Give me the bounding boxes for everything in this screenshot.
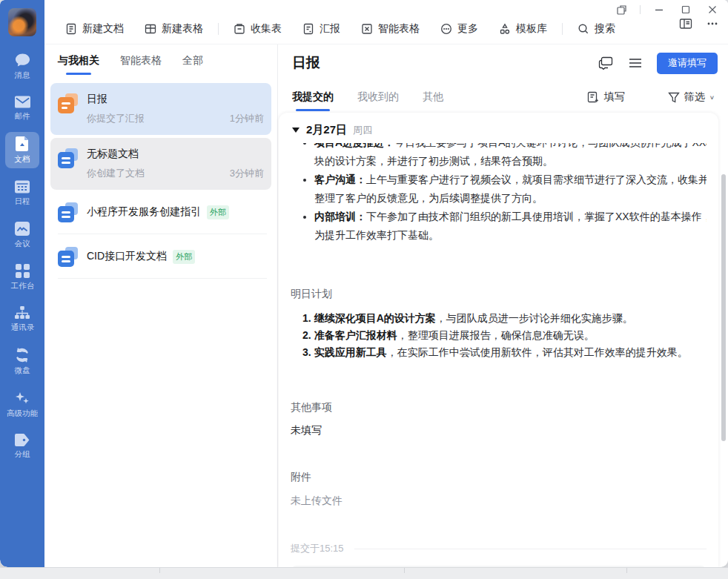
search-label: 搜索	[595, 22, 615, 36]
sidebar-item-label: 邮件	[15, 110, 30, 121]
fill-doc-icon	[587, 91, 600, 103]
toolbar-divider	[218, 23, 219, 35]
submit-time-row: 提交于15:15	[291, 542, 707, 555]
doclist-items: 日报 你提交了汇报 1分钟前 无标题文档 你创建了文档 3分钟前	[44, 77, 277, 279]
document-list-panel: 与我相关 智能表格 全部 日报 你提交了汇报 1分钟前 无标题文档	[44, 44, 278, 567]
tab-received[interactable]: 我收到的	[357, 86, 399, 108]
new-doc-label: 新建文档	[82, 22, 124, 36]
ellipsis-icon[interactable]	[706, 18, 719, 33]
sidebar-item-calendar[interactable]: 日程	[5, 175, 39, 211]
vertical-scrollbar[interactable]	[721, 174, 726, 441]
close-icon[interactable]	[704, 3, 721, 16]
menu-lines-icon[interactable]	[624, 52, 646, 74]
avatar[interactable]	[8, 8, 36, 36]
smart-sheet-button[interactable]: 智能表格	[351, 22, 430, 36]
chevron-down-icon: ∨	[709, 94, 715, 101]
toolbar-divider	[562, 23, 563, 35]
contacts-icon	[15, 306, 30, 320]
attachment-section-value: 未上传文件	[291, 494, 707, 508]
more-label: 更多	[457, 22, 478, 36]
blue-doc-icon	[58, 202, 78, 222]
collect-form-button[interactable]: 收集表	[223, 22, 292, 36]
doc-title: CID接口开发文档	[87, 250, 167, 263]
sidebar-item-contacts[interactable]: 通讯录	[5, 302, 39, 337]
main-panel: 日报 邀请填写 我提交的 我收到的 其他 填写 筛选 ∨	[279, 44, 728, 567]
popout-icon[interactable]	[613, 3, 629, 16]
submit-divider-line	[354, 549, 707, 549]
app-sidebar: 消息 邮件 文档 日程 会议 工作台 通讯录 微盘	[0, 0, 44, 567]
workbench-icon	[16, 264, 30, 278]
list-item-untitled-doc[interactable]: 无标题文档 你创建了文档 3分钟前	[50, 138, 271, 190]
sidebar-item-advanced[interactable]: 高级功能	[5, 386, 39, 423]
window-controls-divider	[640, 5, 641, 14]
advanced-features-icon	[15, 391, 30, 406]
toolbar-right-icons	[679, 18, 719, 33]
other-section-label: 其他事项	[291, 401, 707, 414]
new-doc-button[interactable]: 新建文档	[55, 22, 134, 36]
other-section-value: 未填写	[291, 424, 707, 437]
tab-smart-sheets[interactable]: 智能表格	[120, 51, 162, 70]
sidebar-item-label: 微盘	[15, 365, 30, 375]
external-badge: 外部	[173, 250, 195, 264]
search-button[interactable]: 搜索	[567, 22, 626, 36]
sidebar-item-workbench[interactable]: 工作台	[5, 259, 39, 295]
group-tag-icon	[15, 434, 30, 446]
sidebar-item-label: 通讯录	[10, 322, 33, 332]
today-bullet: 内部培训：下午参加了由技术部门组织的新工具使用培训，掌握了XX软件的基本操作，为…	[314, 208, 707, 245]
main-tabs: 我提交的 我收到的 其他 填写 筛选 ∨	[279, 82, 728, 113]
sidebar-item-messages[interactable]: 消息	[5, 48, 39, 85]
fill-label: 填写	[604, 90, 625, 104]
sidebar-item-groups[interactable]: 分组	[5, 429, 39, 463]
template-library-label: 模板库	[516, 22, 547, 36]
template-library-button[interactable]: 模板库	[489, 22, 557, 36]
sidebar-item-label: 分组	[15, 449, 30, 459]
report-date-row[interactable]: 2月27日 周四	[291, 113, 707, 143]
filter-label: 筛选	[684, 90, 705, 104]
drive-icon	[15, 348, 30, 363]
doc-time: 1分钟前	[230, 112, 264, 125]
external-badge: 外部	[207, 205, 229, 219]
panel-layout-icon[interactable]	[679, 18, 692, 33]
list-item-miniprogram-guide[interactable]: 小程序开发服务创建指引 外部	[50, 190, 271, 234]
fill-button[interactable]: 填写	[587, 90, 625, 104]
filter-button[interactable]: 筛选 ∨	[668, 90, 715, 104]
page-title: 日报	[292, 53, 587, 73]
background-window-edge	[0, 567, 728, 579]
tab-related-to-me[interactable]: 与我相关	[58, 51, 99, 70]
sidebar-item-label: 日程	[15, 196, 30, 206]
new-sheet-button[interactable]: 新建表格	[134, 22, 214, 36]
tab-all[interactable]: 全部	[182, 51, 203, 70]
report-weekday: 周四	[353, 124, 372, 137]
minimize-icon[interactable]	[651, 3, 667, 16]
report-doc-icon	[58, 93, 78, 113]
sidebar-item-mail[interactable]: 邮件	[5, 91, 39, 125]
more-button[interactable]: 更多	[430, 22, 489, 36]
sidebar-item-label: 会议	[15, 238, 30, 248]
report-date: 2月27日	[306, 123, 347, 137]
doc-title: 无标题文档	[87, 148, 264, 161]
list-item-daily-report[interactable]: 日报 你提交了汇报 1分钟前	[50, 83, 271, 135]
doc-title: 日报	[87, 93, 264, 106]
invite-fill-button[interactable]: 邀请填写	[657, 53, 718, 74]
comments-icon[interactable]	[595, 52, 617, 74]
maximize-icon[interactable]	[678, 3, 694, 16]
doc-time: 3分钟前	[230, 167, 264, 180]
sidebar-item-label: 文档	[15, 153, 30, 164]
calendar-icon	[15, 179, 30, 193]
top-toolbar: 新建文档 新建表格 收集表 汇报 智能表格 更多	[55, 16, 639, 42]
sidebar-item-drive[interactable]: 微盘	[5, 343, 39, 380]
plan-list: 1.继续深化项目A的设计方案，与团队成员进一步讨论并细化实施步骤。 2.准备客户…	[291, 310, 707, 361]
title-bar: 新建文档 新建表格 收集表 汇报 智能表格 更多	[44, 0, 728, 44]
filter-funnel-icon	[668, 92, 680, 103]
report-button[interactable]: 汇报	[292, 22, 351, 36]
collapse-triangle-icon	[292, 128, 300, 133]
sidebar-item-label: 消息	[15, 70, 30, 80]
sidebar-item-meeting[interactable]: 会议	[5, 217, 39, 253]
tab-others[interactable]: 其他	[423, 86, 443, 108]
smart-sheet-label: 智能表格	[378, 22, 420, 36]
sidebar-item-docs[interactable]: 文档	[5, 132, 39, 168]
doc-subtitle: 你提交了汇报	[87, 112, 145, 125]
plan-item: 1.继续深化项目A的设计方案，与团队成员进一步讨论并细化实施步骤。	[291, 310, 707, 327]
list-item-cid-api-doc[interactable]: CID接口开发文档 外部	[50, 234, 271, 279]
tab-my-submitted[interactable]: 我提交的	[292, 86, 334, 108]
